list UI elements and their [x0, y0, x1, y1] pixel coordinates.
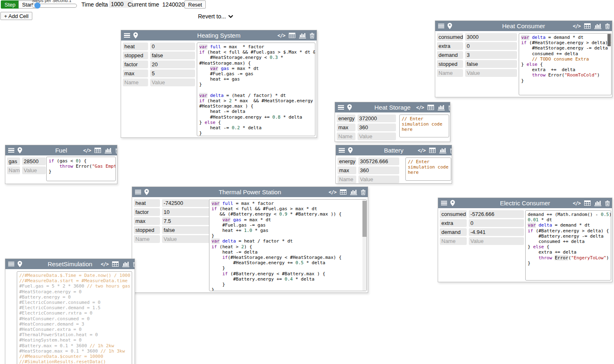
scrollbar-thumb[interactable]: [607, 34, 611, 46]
variable-name-cell[interactable]: max: [134, 217, 160, 225]
variable-name-cell[interactable]: energy: [337, 115, 355, 122]
variable-name-cell[interactable]: demand: [437, 51, 463, 59]
code-editor[interactable]: //#MeasureData.$.Time = Date.now() / 100…: [17, 271, 132, 364]
variable-name-cell[interactable]: Name: [134, 235, 160, 243]
code-editor[interactable]: demand += (Math.random() - 0.5) *0.01 * …: [525, 210, 611, 281]
code-view-icon[interactable]: </>: [573, 200, 580, 206]
variable-name-cell[interactable]: Name: [123, 79, 148, 86]
variable-value-cell[interactable]: 0: [150, 43, 195, 50]
slider-track[interactable]: [32, 4, 77, 8]
code-scrollbar[interactable]: [362, 200, 367, 291]
step-button[interactable]: Step: [1, 0, 19, 9]
code-view-icon[interactable]: </>: [416, 105, 424, 110]
hamburger-menu-icon[interactable]: [339, 148, 345, 153]
panel-header[interactable]: Thermal Power Station </>: [132, 187, 368, 197]
code-editor[interactable]: // Entersimulation codehere: [405, 157, 451, 181]
variable-value-cell[interactable]: 7.5: [162, 217, 210, 225]
variable-value-cell[interactable]: 10: [162, 208, 210, 216]
code-editor[interactable]: if (gas < 0) { throw Error("Gas Empty")}: [46, 157, 116, 181]
hamburger-menu-icon[interactable]: [441, 201, 447, 206]
variable-name-cell[interactable]: factor: [134, 208, 160, 216]
chart-view-icon[interactable]: [350, 189, 357, 195]
variable-name-cell[interactable]: Name: [337, 175, 356, 183]
trash-icon[interactable]: [605, 200, 610, 206]
variable-value-cell[interactable]: false: [162, 226, 210, 234]
variable-value-cell[interactable]: Value: [465, 69, 517, 77]
code-view-icon[interactable]: </>: [418, 148, 425, 153]
panel-header[interactable]: Heating System </>: [121, 30, 317, 40]
code-editor[interactable]: var full = max * factorif (heat < full &…: [197, 43, 315, 136]
variable-value-cell[interactable]: 20: [150, 61, 195, 68]
location-pin-icon[interactable]: [348, 147, 353, 153]
variable-name-cell[interactable]: Name: [440, 237, 467, 245]
code-view-icon[interactable]: </>: [83, 148, 91, 153]
variable-value-cell[interactable]: Value: [469, 237, 524, 245]
variable-value-cell[interactable]: 360: [358, 166, 399, 174]
trash-icon[interactable]: [115, 148, 117, 153]
steps-per-second-slider[interactable]: Steps per Second:1: [31, 0, 79, 9]
hamburger-menu-icon[interactable]: [135, 190, 141, 195]
variable-value-cell[interactable]: 28500: [22, 157, 46, 165]
panel-header[interactable]: ResetSimulation </>: [5, 259, 135, 269]
variable-name-cell[interactable]: stopped: [134, 226, 160, 234]
variable-value-cell[interactable]: 372000: [358, 115, 396, 122]
hamburger-menu-icon[interactable]: [438, 24, 444, 29]
chart-view-icon[interactable]: [438, 104, 445, 110]
variable-value-cell[interactable]: 3: [465, 51, 517, 59]
code-editor[interactable]: // Entersimulation codehere: [399, 115, 449, 137]
code-scrollbar[interactable]: [607, 34, 611, 48]
variable-value-cell[interactable]: 0: [469, 219, 524, 227]
code-view-icon[interactable]: </>: [277, 33, 285, 38]
variable-value-cell[interactable]: Value: [22, 166, 46, 174]
chart-view-icon[interactable]: [594, 23, 601, 29]
variable-value-cell[interactable]: -5726.666: [469, 210, 524, 218]
reset-button[interactable]: Reset: [184, 0, 206, 9]
location-pin-icon[interactable]: [448, 23, 452, 29]
code-view-icon[interactable]: </>: [101, 261, 108, 267]
variable-name-cell[interactable]: Name: [7, 166, 20, 174]
chart-view-icon[interactable]: [594, 200, 601, 206]
slider-handle[interactable]: [34, 2, 40, 9]
table-view-icon[interactable]: [289, 33, 295, 38]
variable-name-cell[interactable]: extra: [440, 219, 467, 227]
trash-icon[interactable]: [448, 105, 450, 110]
variable-name-cell[interactable]: stopped: [437, 60, 463, 68]
table-view-icon[interactable]: [584, 200, 591, 206]
trash-icon[interactable]: [310, 33, 315, 38]
code-editor[interactable]: var delta = demand * dtif (#HeatStorage.…: [519, 33, 612, 95]
trash-icon[interactable]: [361, 189, 366, 195]
variable-value-cell[interactable]: 360: [358, 124, 396, 131]
table-view-icon[interactable]: [112, 261, 119, 267]
table-view-icon[interactable]: [584, 23, 591, 29]
table-view-icon[interactable]: [427, 105, 434, 110]
code-view-icon[interactable]: </>: [573, 23, 580, 29]
variable-name-cell[interactable]: max: [337, 124, 355, 131]
location-pin-icon[interactable]: [144, 189, 149, 195]
variable-name-cell[interactable]: Name: [437, 69, 463, 77]
variable-name-cell[interactable]: demand: [440, 228, 467, 236]
variable-value-cell[interactable]: Value: [150, 79, 195, 86]
variable-name-cell[interactable]: heat: [134, 199, 160, 207]
variable-value-cell[interactable]: 3000: [465, 33, 517, 41]
variable-name-cell[interactable]: energy: [337, 157, 356, 165]
location-pin-icon[interactable]: [18, 261, 22, 267]
variable-value-cell[interactable]: -742500: [162, 199, 210, 207]
variable-value-cell[interactable]: 5: [150, 70, 195, 77]
code-view-icon[interactable]: </>: [328, 189, 336, 195]
variable-name-cell[interactable]: consumed: [440, 210, 467, 218]
variable-name-cell[interactable]: max: [337, 166, 356, 174]
variable-value-cell[interactable]: Value: [358, 133, 396, 140]
variable-value-cell[interactable]: 305726.666: [358, 157, 399, 165]
revert-dropdown[interactable]: Revert to...: [198, 13, 233, 20]
add-cell-button[interactable]: + Add Cell: [0, 12, 32, 20]
code-editor[interactable]: var full = max * factorif (heat < full &…: [209, 199, 367, 291]
trash-icon[interactable]: [450, 148, 452, 153]
variable-name-cell[interactable]: gas: [7, 157, 20, 165]
panel-header[interactable]: Electric Consumer </>: [438, 198, 612, 208]
variable-value-cell[interactable]: Value: [162, 235, 210, 243]
variable-value-cell[interactable]: -4.941: [469, 228, 524, 236]
variable-name-cell[interactable]: stopped: [123, 52, 148, 59]
table-view-icon[interactable]: [94, 148, 101, 153]
hamburger-menu-icon[interactable]: [124, 33, 130, 38]
chart-view-icon[interactable]: [439, 147, 446, 153]
